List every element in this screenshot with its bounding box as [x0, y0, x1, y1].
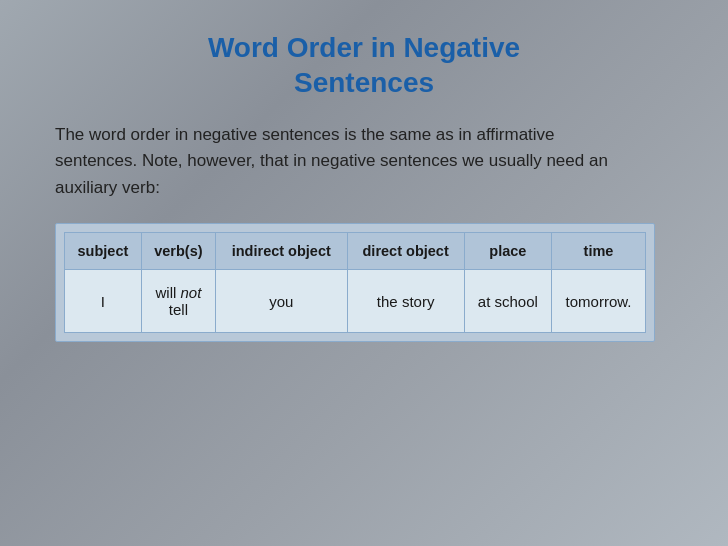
header-direct-object: direct object: [347, 233, 464, 270]
slide-container: Word Order in Negative Sentences The wor…: [0, 0, 728, 546]
cell-place: at school: [464, 270, 551, 333]
cell-verb: will nottell: [141, 270, 215, 333]
body-text: The word order in negative sentences is …: [55, 122, 635, 201]
header-subject: subject: [65, 233, 142, 270]
word-order-table: subject verb(s) indirect object direct o…: [64, 232, 646, 333]
cell-indirect-object: you: [215, 270, 347, 333]
table-row: I will nottell you the story at school t…: [65, 270, 646, 333]
cell-subject: I: [65, 270, 142, 333]
slide-title: Word Order in Negative Sentences: [55, 30, 673, 100]
word-order-table-wrapper: subject verb(s) indirect object direct o…: [55, 223, 655, 342]
cell-direct-object: the story: [347, 270, 464, 333]
header-time: time: [552, 233, 646, 270]
header-indirect-object: indirect object: [215, 233, 347, 270]
header-place: place: [464, 233, 551, 270]
header-verb: verb(s): [141, 233, 215, 270]
table-header-row: subject verb(s) indirect object direct o…: [65, 233, 646, 270]
cell-time: tomorrow.: [552, 270, 646, 333]
